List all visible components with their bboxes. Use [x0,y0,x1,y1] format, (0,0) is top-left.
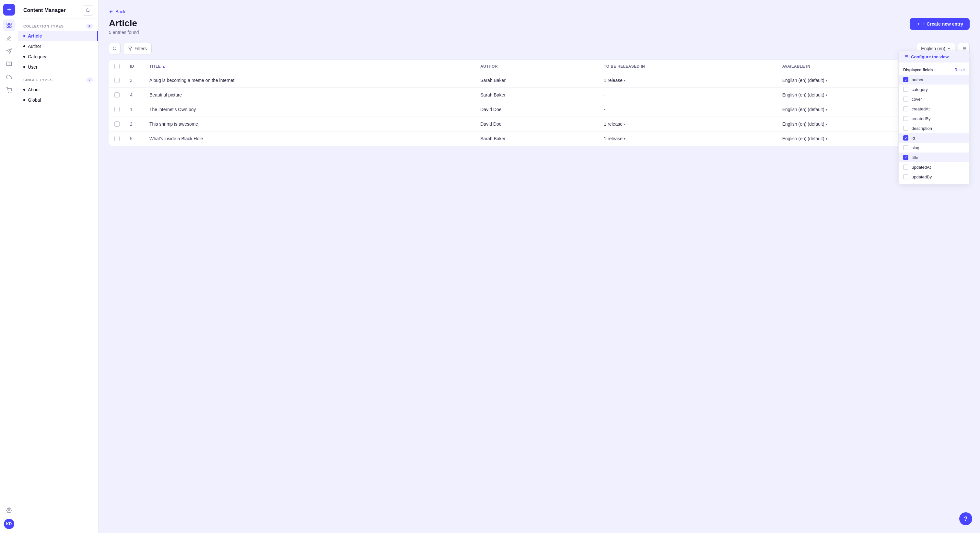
config-panel-body: Displayed fields Reset author category c… [899,62,969,184]
row-title: Beautiful picture [144,88,475,102]
toolbar-left: Filters [109,43,152,54]
row-release: 1 release ▾ [598,117,777,132]
entries-table-container: ID TITLE ▲ AUTHOR [109,60,970,146]
row-author: Sarah Baker [475,132,598,146]
sidebar: Content Manager COLLECTION TYPES 4 Artic… [18,0,99,533]
svg-line-15 [116,49,117,51]
row-checkbox-cell [109,88,125,102]
media-library-icon[interactable] [3,45,15,57]
create-new-entry-button[interactable]: + Create new entry [910,18,970,30]
reset-button[interactable]: Reset [955,68,965,72]
row-author: David Doe [475,117,598,132]
row-checkbox[interactable] [115,136,119,141]
sidebar-item-about[interactable]: About [18,84,98,95]
svg-rect-4 [10,26,11,27]
row-title: The internet's Own boy [144,102,475,117]
row-id: 4 [125,88,144,102]
configure-view-panel: Configure the view Displayed fields Rese… [898,51,970,185]
sidebar-search-button[interactable] [83,5,93,16]
single-types-section: SINGLE TYPES 2 [18,72,98,84]
row-checkbox[interactable] [115,121,119,127]
row-release: - [598,88,777,102]
content-manager-icon[interactable] [3,19,15,31]
logo-button[interactable] [3,4,15,16]
row-release: - [598,102,777,117]
config-field-item[interactable]: updatedBy [899,172,969,182]
config-field-item[interactable]: updatedAt [899,162,969,172]
entries-count: 5 entries found [109,30,139,35]
search-button[interactable] [109,43,121,54]
entries-table: ID TITLE ▲ AUTHOR [109,60,969,146]
config-fields-list: author category cover createdAt createdB… [899,75,969,182]
marketplace-icon[interactable] [3,84,15,96]
config-field-item[interactable]: cover [899,94,969,104]
config-panel-header: Configure the view [899,51,969,62]
collection-types-section: COLLECTION TYPES 4 [18,19,98,31]
settings-icon[interactable] [3,504,15,516]
row-checkbox-cell [109,117,125,132]
config-field-checkbox [903,77,908,82]
sidebar-item-global[interactable]: Global [18,95,98,105]
row-id: 3 [125,73,144,88]
config-field-checkbox [903,155,908,160]
table-row[interactable]: 5 What's inside a Black Hole Sarah Baker… [109,132,969,146]
table-row[interactable]: 1 The internet's Own boy David Doe - Eng… [109,102,969,117]
svg-point-14 [113,47,116,50]
table-row[interactable]: 2 This shrimp is awesome David Doe 1 rel… [109,117,969,132]
config-field-checkbox [903,165,908,170]
table-header: ID TITLE ▲ AUTHOR [109,60,969,73]
dot-icon [23,56,25,58]
svg-rect-1 [7,23,8,25]
config-field-item[interactable]: createdAt [899,104,969,114]
content-type-builder-icon[interactable] [3,32,15,44]
row-author: Sarah Baker [475,73,598,88]
sidebar-item-user[interactable]: User [18,62,98,72]
back-button[interactable]: Back [109,9,126,14]
config-field-checkbox [903,106,908,111]
config-field-item[interactable]: createdBy [899,114,969,124]
title-column-header[interactable]: TITLE ▲ [144,60,475,73]
config-field-label: author [912,78,924,82]
config-field-label: category [912,87,928,92]
sidebar-header: Content Manager [18,0,98,19]
help-button[interactable]: ? [959,512,972,525]
dot-icon [23,89,25,90]
table-row[interactable]: 3 A bug is becoming a meme on the intern… [109,73,969,88]
select-all-header [109,60,125,73]
sidebar-item-category[interactable]: Category [18,51,98,62]
config-field-label: title [912,155,918,160]
svg-point-10 [86,9,89,12]
sort-asc-icon: ▲ [162,65,165,68]
author-column-header[interactable]: AUTHOR [475,60,598,73]
dot-icon [23,66,25,68]
cloud-icon[interactable] [3,71,15,83]
main-area: Back Article 5 entries found + Create ne… [99,0,980,533]
config-field-item[interactable]: category [899,84,969,94]
filters-button[interactable]: Filters [123,43,152,54]
config-field-label: cover [912,97,922,102]
release-column-header[interactable]: TO BE RELEASED IN [598,60,777,73]
config-field-item[interactable]: author [899,75,969,84]
sidebar-item-author[interactable]: Author [18,41,98,51]
row-author: Sarah Baker [475,88,598,102]
row-checkbox[interactable] [115,92,119,97]
config-field-item[interactable]: id [899,133,969,143]
config-field-label: id [912,136,915,141]
table-row[interactable]: 4 Beautiful picture Sarah Baker - Englis… [109,88,969,102]
sidebar-item-article[interactable]: Article [18,31,98,41]
documentation-icon[interactable] [3,58,15,70]
user-avatar[interactable]: KD [4,519,14,529]
svg-marker-16 [128,47,132,51]
config-field-label: createdAt [912,106,930,111]
row-release: 1 release ▾ [598,73,777,88]
config-field-item[interactable]: slug [899,143,969,152]
config-field-checkbox [903,145,908,150]
config-panel-title: Configure the view [911,54,948,59]
select-all-checkbox[interactable] [115,64,119,69]
id-column-header[interactable]: ID [125,60,144,73]
config-field-item[interactable]: title [899,152,969,162]
row-checkbox[interactable] [115,78,119,83]
row-checkbox[interactable] [115,107,119,112]
config-field-label: updatedBy [912,174,932,179]
config-field-item[interactable]: description [899,124,969,133]
